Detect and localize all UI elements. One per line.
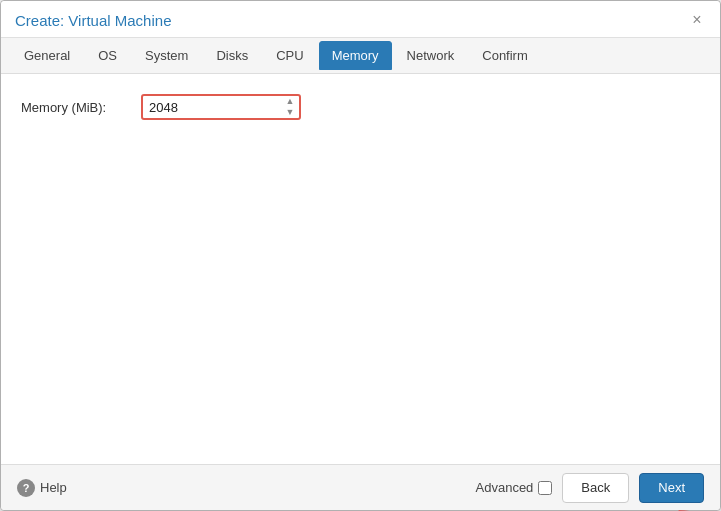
title-bar: Create: Virtual Machine × — [1, 1, 720, 38]
help-button[interactable]: ? Help — [17, 479, 67, 497]
tab-os[interactable]: OS — [85, 41, 130, 70]
dialog-title: Create: Virtual Machine — [15, 12, 171, 29]
footer: ? Help Advanced Back Next — [1, 464, 720, 510]
tab-cpu[interactable]: CPU — [263, 41, 316, 70]
memory-input-wrapper: ▲ ▼ — [141, 94, 301, 120]
tab-confirm[interactable]: Confirm — [469, 41, 541, 70]
help-icon: ? — [17, 479, 35, 497]
tab-memory[interactable]: Memory — [319, 41, 392, 70]
tab-bar: General OS System Disks CPU Memory Netwo… — [1, 38, 720, 74]
tab-general[interactable]: General — [11, 41, 83, 70]
memory-label: Memory (MiB): — [21, 100, 141, 115]
back-button[interactable]: Back — [562, 473, 629, 503]
spinner-up[interactable]: ▲ — [281, 96, 299, 107]
spinner-down[interactable]: ▼ — [281, 107, 299, 118]
memory-row: Memory (MiB): ▲ ▼ — [21, 94, 700, 120]
memory-spinner: ▲ ▼ — [281, 96, 299, 118]
next-wrapper: Next — [639, 473, 704, 503]
close-button[interactable]: × — [688, 11, 706, 29]
tab-disks[interactable]: Disks — [203, 41, 261, 70]
next-button[interactable]: Next — [639, 473, 704, 503]
advanced-label: Advanced — [476, 480, 553, 495]
main-content: Memory (MiB): ▲ ▼ — [1, 74, 720, 464]
help-label: Help — [40, 480, 67, 495]
create-vm-dialog: Create: Virtual Machine × General OS Sys… — [0, 0, 721, 511]
advanced-text: Advanced — [476, 480, 534, 495]
footer-right: Advanced Back Next — [476, 473, 704, 503]
tab-network[interactable]: Network — [394, 41, 468, 70]
arrow-indicator — [672, 505, 712, 512]
memory-input[interactable] — [141, 94, 301, 120]
tab-system[interactable]: System — [132, 41, 201, 70]
advanced-checkbox[interactable] — [538, 481, 552, 495]
